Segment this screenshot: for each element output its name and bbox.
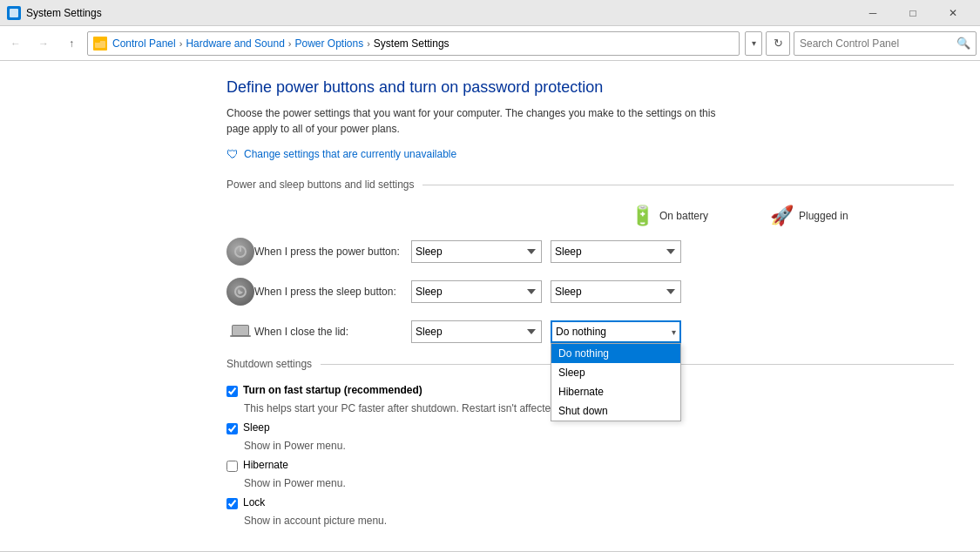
breadcrumb-item-1[interactable]: Hardware and Sound xyxy=(186,37,284,50)
shield-icon: 🛡 xyxy=(226,147,239,161)
lid-plugged-dropdown-menu: Do nothing Sleep Hibernate Shut down xyxy=(551,343,681,421)
fast-startup-label: Turn on fast startup (recommended) xyxy=(243,384,422,396)
content-area: Define power buttons and turn on passwor… xyxy=(0,61,980,551)
svg-rect-1 xyxy=(10,9,18,17)
power-battery-select-wrapper: Sleep Do nothing Hibernate Shut down xyxy=(411,240,542,263)
lid-plugged-dropdown-trigger[interactable]: Do nothing ▾ xyxy=(551,320,681,343)
power-button-row: When I press the power button: Sleep Do … xyxy=(226,238,954,266)
plugged-icon: 🚀 xyxy=(770,205,794,227)
main-content: Define power buttons and turn on passwor… xyxy=(0,61,980,552)
app-icon xyxy=(7,6,21,20)
lock-checkbox-row: Lock xyxy=(226,496,954,509)
sleep-battery-select[interactable]: Sleep Do nothing Hibernate Shut down xyxy=(411,280,542,303)
section-label: Power and sleep buttons and lid settings xyxy=(226,178,414,191)
battery-icon: 🔋 xyxy=(631,205,654,227)
close-button[interactable]: ✕ xyxy=(933,0,973,26)
breadcrumb-dropdown-button[interactable]: ▾ xyxy=(745,31,762,56)
sleep-sub: Show in Power menu. xyxy=(244,440,954,452)
svg-rect-10 xyxy=(233,326,248,335)
on-battery-label: On battery xyxy=(659,210,708,222)
lid-battery-select-wrapper: Sleep Do nothing Hibernate Shut down xyxy=(411,320,542,343)
sleep-button-row: When I press the sleep button: Sleep Do … xyxy=(226,278,954,306)
addressbar: ← → ↑ Control Panel › Hardware and Sound… xyxy=(0,26,980,61)
sleep-plugged-select[interactable]: Sleep Do nothing Hibernate Shut down xyxy=(551,280,681,303)
power-battery-select[interactable]: Sleep Do nothing Hibernate Shut down xyxy=(411,240,542,263)
maximize-button[interactable]: □ xyxy=(893,0,933,26)
search-box: 🔍 xyxy=(794,31,977,56)
shutdown-title: Shutdown settings xyxy=(226,358,312,370)
dropdown-option-sleep[interactable]: Sleep xyxy=(551,363,680,382)
plugged-in-column: 🚀 Plugged in xyxy=(770,205,909,227)
power-button-icon xyxy=(226,238,254,266)
up-button[interactable]: ↑ xyxy=(59,31,84,56)
dropdown-option-do-nothing[interactable]: Do nothing xyxy=(551,344,680,363)
sleep-button-label: When I press the sleep button: xyxy=(254,286,411,298)
sleep-battery-select-wrapper: Sleep Do nothing Hibernate Shut down xyxy=(411,280,542,303)
sleep-checkbox[interactable] xyxy=(226,423,238,434)
sleep-checkbox-row: Sleep xyxy=(226,421,954,434)
sleep-group: Sleep Show in Power menu. xyxy=(226,421,954,452)
lid-plugged-dropdown-container: Do nothing ▾ Do nothing Sleep Hibernate … xyxy=(551,320,681,343)
power-plugged-select-wrapper: Sleep Do nothing Hibernate Shut down xyxy=(551,240,681,263)
dropdown-option-hibernate[interactable]: Hibernate xyxy=(551,382,680,401)
breadcrumb-item-2[interactable]: Power Options xyxy=(294,37,363,50)
sleep-plugged-select-wrapper: Sleep Do nothing Hibernate Shut down xyxy=(551,280,681,303)
hibernate-checkbox-label: Hibernate xyxy=(243,459,288,471)
minimize-button[interactable]: ─ xyxy=(853,0,893,26)
lock-group: Lock Show in account picture menu. xyxy=(226,496,954,527)
lock-checkbox[interactable] xyxy=(226,498,238,509)
lid-row: When I close the lid: Sleep Do nothing H… xyxy=(226,318,954,346)
titlebar: System Settings ─ □ ✕ xyxy=(0,0,980,26)
hibernate-checkbox-row: Hibernate xyxy=(226,459,954,472)
forward-button[interactable]: → xyxy=(31,31,56,56)
dropdown-option-shut-down[interactable]: Shut down xyxy=(551,401,680,421)
change-settings-label: Change settings that are currently unava… xyxy=(244,148,456,160)
search-icon: 🔍 xyxy=(956,37,970,50)
back-button[interactable]: ← xyxy=(3,31,28,56)
breadcrumb[interactable]: Control Panel › Hardware and Sound › Pow… xyxy=(87,31,740,56)
power-plugged-select[interactable]: Sleep Do nothing Hibernate Shut down xyxy=(551,240,681,263)
breadcrumb-item-0[interactable]: Control Panel xyxy=(112,37,176,50)
page-title: Define power buttons and turn on passwor… xyxy=(226,78,954,97)
search-input[interactable] xyxy=(800,37,956,50)
lid-label: When I close the lid: xyxy=(254,326,411,338)
lid-plugged-selected-value: Do nothing xyxy=(556,326,606,338)
lock-checkbox-label: Lock xyxy=(243,496,265,508)
svg-rect-4 xyxy=(95,40,100,43)
columns-header: 🔋 On battery 🚀 Plugged in xyxy=(226,205,954,227)
lid-battery-select[interactable]: Sleep Do nothing Hibernate Shut down xyxy=(411,320,542,343)
window-controls: ─ □ ✕ xyxy=(853,0,973,26)
hibernate-group: Hibernate Show in Power menu. xyxy=(226,459,954,489)
breadcrumb-current: System Settings xyxy=(374,37,449,50)
lock-sub: Show in account picture menu. xyxy=(244,515,954,527)
hibernate-sub: Show in Power menu. xyxy=(244,477,954,489)
plugged-in-label: Plugged in xyxy=(799,210,848,222)
lid-icon xyxy=(226,318,254,346)
sleep-button-icon xyxy=(226,278,254,306)
window-title: System Settings xyxy=(26,7,853,19)
sleep-checkbox-label: Sleep xyxy=(243,421,270,434)
section-divider: Power and sleep buttons and lid settings xyxy=(226,178,954,191)
lid-dropdown-arrow-icon: ▾ xyxy=(672,327,676,337)
refresh-button[interactable]: ↻ xyxy=(766,31,790,56)
change-settings-link[interactable]: 🛡 Change settings that are currently una… xyxy=(226,147,954,161)
fast-startup-checkbox[interactable] xyxy=(226,386,238,397)
on-battery-column: 🔋 On battery xyxy=(631,205,770,227)
divider-line xyxy=(422,185,954,185)
power-button-label: When I press the power button: xyxy=(254,246,411,258)
hibernate-checkbox[interactable] xyxy=(226,461,238,472)
page-description: Choose the power settings that you want … xyxy=(226,105,732,137)
